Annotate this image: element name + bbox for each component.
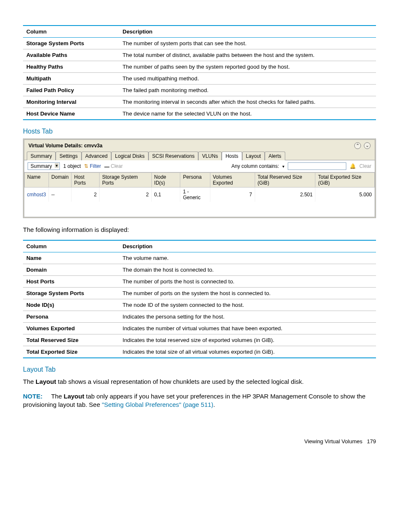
column-name: Healthy Paths: [23, 61, 119, 73]
th-column: Column: [23, 26, 119, 38]
column-desc: The monitoring interval in seconds after…: [119, 96, 376, 108]
heading-hosts-tab: Hosts Tab: [23, 128, 376, 135]
grid-header[interactable]: Host Ports: [72, 173, 100, 188]
column-desc: Indicates the persona setting for the ho…: [119, 311, 376, 323]
view-selector-label: Summary: [31, 163, 52, 169]
column-desc: The number of ports the host is connecte…: [119, 276, 376, 288]
column-name: Monitoring Interval: [23, 96, 119, 108]
column-name: Total Reserved Size: [23, 334, 119, 346]
tab-vluns[interactable]: VLUNs: [198, 152, 222, 160]
column-desc: The volume name.: [119, 252, 376, 264]
column-name: Multipath: [23, 73, 119, 85]
grid-cell: 7: [210, 188, 255, 202]
th-column: Column: [23, 240, 119, 252]
column-desc: The number of ports on the system the ho…: [119, 288, 376, 299]
grid-cell: 5.000: [315, 188, 375, 202]
grid-header[interactable]: Persona: [180, 173, 210, 188]
column-name: Total Exported Size: [23, 346, 119, 358]
info-line: The following information is displayed:: [23, 226, 376, 234]
footer-section: Viewing Virtual Volumes: [304, 438, 362, 445]
grid-cell: 2: [100, 188, 151, 202]
tab-scsi-reservations[interactable]: SCSI Reservations: [148, 152, 198, 160]
bell-icon[interactable]: 🔔: [350, 163, 356, 169]
panel-expand-icons: ⌃ ⌄: [353, 142, 371, 149]
filter-link[interactable]: ⇅ Filter: [84, 163, 101, 169]
clear-filter-link[interactable]: ▬ Clear: [104, 163, 123, 169]
hosts-grid: NameDomainHost PortsStorage System Ports…: [24, 172, 375, 217]
grid-cell: cmhost3: [25, 188, 49, 202]
column-name: Storage System Ports: [23, 38, 119, 49]
tab-advanced[interactable]: Advanced: [82, 152, 111, 160]
layout-paragraph: The Layout tab shows a visual representa…: [23, 378, 376, 386]
tab-logical-disks[interactable]: Logical Disks: [111, 152, 148, 160]
toolbar: Summary 1 object ⇅ Filter ▬ Clear Any co…: [24, 160, 375, 172]
page-content: Column Description Storage System PortsT…: [0, 0, 399, 461]
column-desc: The failed path monitoring method.: [119, 85, 376, 96]
column-desc: The node ID of the system connected to t…: [119, 299, 376, 311]
th-description: Description: [119, 240, 376, 252]
grid-header[interactable]: Domain: [49, 173, 71, 188]
contains-label: Any column contains:: [231, 163, 279, 169]
column-desc: The number of system ports that can see …: [119, 38, 376, 49]
column-name: Persona: [23, 311, 119, 323]
view-selector[interactable]: Summary: [28, 162, 60, 170]
column-desc: Indicates the number of virtual volumes …: [119, 323, 376, 334]
grid-cell: 2.501: [255, 188, 315, 202]
screenshot-panel: Virtual Volume Details: cmvv3a ⌃ ⌄ Summa…: [23, 139, 376, 218]
column-desc: The total number of distinct, available …: [119, 49, 376, 61]
heading-layout-tab: Layout Tab: [23, 366, 376, 373]
clear-input-link[interactable]: Clear: [359, 163, 371, 169]
collapse-up-icon[interactable]: ⌃: [354, 142, 361, 149]
page-footer: Viewing Virtual Volumes 179: [23, 438, 376, 445]
column-name: Failed Path Policy: [23, 85, 119, 96]
grid-header[interactable]: Node ID(s): [151, 173, 180, 188]
table-row[interactable]: cmhost3--220,11 - Generic72.5015.000: [25, 188, 375, 202]
tab-layout[interactable]: Layout: [242, 152, 265, 160]
column-name: Node ID(s): [23, 299, 119, 311]
column-name: Host Ports: [23, 276, 119, 288]
column-desc: The domain the host is connected to.: [119, 264, 376, 276]
object-count: 1 object: [63, 163, 81, 169]
table-column-descriptions-1: Column Description Storage System PortsT…: [23, 25, 376, 120]
tab-summary[interactable]: Summary: [27, 152, 56, 160]
column-name: Storage System Ports: [23, 288, 119, 299]
grid-cell: 0,1: [151, 188, 180, 202]
grid-cell: 1 - Generic: [180, 188, 210, 202]
preferences-link[interactable]: "Setting Global Preferences" (page 511): [102, 401, 213, 408]
grid-header[interactable]: Total Exported Size (GiB): [315, 173, 375, 188]
column-name: Volumes Exported: [23, 323, 119, 334]
column-name: Name: [23, 252, 119, 264]
column-desc: Indicates the total size of all virtual …: [119, 346, 376, 358]
column-desc: Indicates the total reserved size of exp…: [119, 334, 376, 346]
note-paragraph: NOTE: The Layout tab only appears if you…: [23, 392, 376, 409]
grid-cell: 2: [72, 188, 100, 202]
grid-header[interactable]: Volumes Exported: [210, 173, 255, 188]
column-name: Host Device Name: [23, 108, 119, 120]
panel-title: Virtual Volume Details: cmvv3a: [28, 143, 102, 149]
filter-input[interactable]: [288, 162, 346, 170]
tab-settings[interactable]: Settings: [56, 152, 81, 160]
table-column-descriptions-2: Column Description NameThe volume name.D…: [23, 240, 376, 358]
grid-cell: --: [49, 188, 71, 202]
column-desc: The device name for the selected VLUN on…: [119, 108, 376, 120]
grid-empty-area: [25, 202, 375, 217]
column-desc: The used multipathing method.: [119, 73, 376, 85]
grid-header[interactable]: Total Reserved Size (GiB): [255, 173, 315, 188]
footer-page-number: 179: [367, 438, 376, 445]
note-label: NOTE:: [23, 393, 43, 400]
tab-alerts[interactable]: Alerts: [265, 152, 285, 160]
collapse-down-icon[interactable]: ⌄: [364, 142, 371, 149]
tab-strip: SummarySettingsAdvancedLogical DisksSCSI…: [24, 152, 375, 160]
grid-header[interactable]: Storage System Ports: [100, 173, 151, 188]
column-name: Domain: [23, 264, 119, 276]
column-desc: The number of paths seen by the system r…: [119, 61, 376, 73]
th-description: Description: [119, 26, 376, 38]
grid-header[interactable]: Name: [25, 173, 49, 188]
column-name: Available Paths: [23, 49, 119, 61]
tab-hosts[interactable]: Hosts: [222, 152, 242, 160]
